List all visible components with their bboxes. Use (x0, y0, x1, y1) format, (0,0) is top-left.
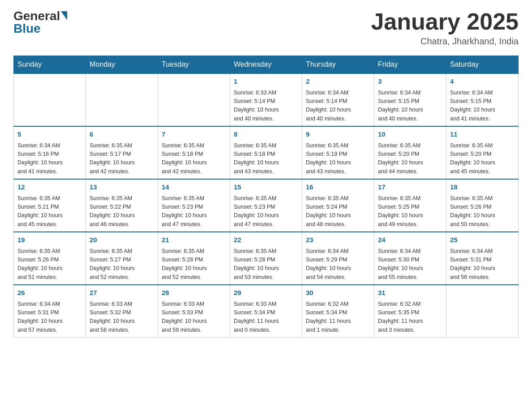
day-info: Sunrise: 6:33 AMSunset: 5:34 PMDaylight:… (234, 300, 298, 335)
day-number: 25 (450, 235, 515, 245)
calendar-header-monday: Monday (86, 56, 158, 74)
calendar-cell: 1Sunrise: 6:33 AMSunset: 5:14 PMDaylight… (230, 73, 302, 126)
calendar-header-saturday: Saturday (446, 56, 519, 74)
day-number: 27 (90, 288, 154, 298)
day-info: Sunrise: 6:35 AMSunset: 5:24 PMDaylight:… (306, 194, 370, 229)
calendar-cell: 26Sunrise: 6:34 AMSunset: 5:31 PMDayligh… (14, 285, 86, 338)
logo-triangle-icon (61, 11, 67, 20)
day-info: Sunrise: 6:35 AMSunset: 5:23 PMDaylight:… (162, 194, 226, 229)
day-number: 14 (162, 182, 226, 193)
calendar-cell: 3Sunrise: 6:34 AMSunset: 5:15 PMDaylight… (374, 73, 446, 126)
calendar-cell (158, 73, 230, 126)
calendar-cell: 2Sunrise: 6:34 AMSunset: 5:14 PMDaylight… (302, 73, 374, 126)
calendar-header-wednesday: Wednesday (230, 56, 302, 74)
calendar-cell: 21Sunrise: 6:35 AMSunset: 5:28 PMDayligh… (158, 232, 230, 285)
day-info: Sunrise: 6:35 AMSunset: 5:26 PMDaylight:… (450, 194, 515, 229)
day-number: 3 (378, 77, 442, 87)
day-number: 2 (306, 77, 370, 87)
calendar-header-thursday: Thursday (302, 56, 374, 74)
calendar-week-row: 5Sunrise: 6:34 AMSunset: 5:16 PMDaylight… (14, 126, 519, 179)
calendar-week-row: 1Sunrise: 6:33 AMSunset: 5:14 PMDaylight… (14, 73, 519, 126)
day-info: Sunrise: 6:35 AMSunset: 5:23 PMDaylight:… (234, 194, 298, 229)
calendar-cell: 13Sunrise: 6:35 AMSunset: 5:22 PMDayligh… (86, 179, 158, 232)
day-info: Sunrise: 6:34 AMSunset: 5:15 PMDaylight:… (378, 89, 442, 124)
day-info: Sunrise: 6:32 AMSunset: 5:35 PMDaylight:… (378, 300, 442, 335)
day-number: 9 (306, 129, 370, 140)
day-info: Sunrise: 6:35 AMSunset: 5:28 PMDaylight:… (162, 247, 226, 282)
day-info: Sunrise: 6:34 AMSunset: 5:30 PMDaylight:… (378, 247, 442, 282)
day-info: Sunrise: 6:35 AMSunset: 5:20 PMDaylight:… (378, 141, 442, 176)
calendar-cell: 6Sunrise: 6:35 AMSunset: 5:17 PMDaylight… (86, 126, 158, 179)
day-number: 4 (450, 77, 515, 87)
day-info: Sunrise: 6:34 AMSunset: 5:14 PMDaylight:… (306, 89, 370, 124)
calendar-cell: 28Sunrise: 6:33 AMSunset: 5:33 PMDayligh… (158, 285, 230, 338)
calendar-cell: 12Sunrise: 6:35 AMSunset: 5:21 PMDayligh… (14, 179, 86, 232)
day-number: 15 (234, 182, 298, 193)
day-number: 26 (17, 288, 82, 298)
day-number: 6 (90, 129, 154, 140)
day-number: 29 (234, 288, 298, 298)
calendar-cell: 22Sunrise: 6:35 AMSunset: 5:28 PMDayligh… (230, 232, 302, 285)
day-number: 21 (162, 235, 226, 245)
calendar-cell: 9Sunrise: 6:35 AMSunset: 5:19 PMDaylight… (302, 126, 374, 179)
day-info: Sunrise: 6:35 AMSunset: 5:20 PMDaylight:… (450, 141, 515, 176)
calendar-cell: 10Sunrise: 6:35 AMSunset: 5:20 PMDayligh… (374, 126, 446, 179)
calendar-cell: 11Sunrise: 6:35 AMSunset: 5:20 PMDayligh… (446, 126, 519, 179)
calendar-cell: 19Sunrise: 6:35 AMSunset: 5:26 PMDayligh… (14, 232, 86, 285)
calendar-cell: 17Sunrise: 6:35 AMSunset: 5:25 PMDayligh… (374, 179, 446, 232)
day-number: 24 (378, 235, 442, 245)
calendar-table: SundayMondayTuesdayWednesdayThursdayFrid… (13, 56, 519, 338)
calendar-cell: 25Sunrise: 6:34 AMSunset: 5:31 PMDayligh… (446, 232, 519, 285)
day-number: 20 (90, 235, 154, 245)
day-info: Sunrise: 6:34 AMSunset: 5:29 PMDaylight:… (306, 247, 370, 282)
day-info: Sunrise: 6:34 AMSunset: 5:31 PMDaylight:… (450, 247, 515, 282)
day-number: 10 (378, 129, 442, 140)
calendar-header-sunday: Sunday (14, 56, 86, 74)
logo-blue-text: Blue (13, 21, 41, 36)
day-info: Sunrise: 6:33 AMSunset: 5:14 PMDaylight:… (234, 89, 298, 124)
calendar-cell: 4Sunrise: 6:34 AMSunset: 5:15 PMDaylight… (446, 73, 519, 126)
calendar-cell: 18Sunrise: 6:35 AMSunset: 5:26 PMDayligh… (446, 179, 519, 232)
day-number: 18 (450, 182, 515, 193)
calendar-cell: 27Sunrise: 6:33 AMSunset: 5:32 PMDayligh… (86, 285, 158, 338)
calendar-cell: 20Sunrise: 6:35 AMSunset: 5:27 PMDayligh… (86, 232, 158, 285)
day-info: Sunrise: 6:35 AMSunset: 5:25 PMDaylight:… (378, 194, 442, 229)
calendar-cell: 15Sunrise: 6:35 AMSunset: 5:23 PMDayligh… (230, 179, 302, 232)
calendar-week-row: 26Sunrise: 6:34 AMSunset: 5:31 PMDayligh… (14, 285, 519, 338)
day-number: 28 (162, 288, 226, 298)
day-number: 30 (306, 288, 370, 298)
calendar-cell: 16Sunrise: 6:35 AMSunset: 5:24 PMDayligh… (302, 179, 374, 232)
title-section: January 2025 Chatra, Jharkhand, India (371, 9, 519, 47)
day-number: 31 (378, 288, 442, 298)
calendar-week-row: 12Sunrise: 6:35 AMSunset: 5:21 PMDayligh… (14, 179, 519, 232)
calendar-cell: 8Sunrise: 6:35 AMSunset: 5:18 PMDaylight… (230, 126, 302, 179)
calendar-cell: 30Sunrise: 6:32 AMSunset: 5:34 PMDayligh… (302, 285, 374, 338)
calendar-cell: 24Sunrise: 6:34 AMSunset: 5:30 PMDayligh… (374, 232, 446, 285)
day-info: Sunrise: 6:35 AMSunset: 5:28 PMDaylight:… (234, 247, 298, 282)
calendar-cell (446, 285, 519, 338)
day-number: 7 (162, 129, 226, 140)
day-info: Sunrise: 6:33 AMSunset: 5:33 PMDaylight:… (162, 300, 226, 335)
day-info: Sunrise: 6:35 AMSunset: 5:18 PMDaylight:… (162, 141, 226, 176)
day-info: Sunrise: 6:33 AMSunset: 5:32 PMDaylight:… (90, 300, 154, 335)
day-info: Sunrise: 6:35 AMSunset: 5:19 PMDaylight:… (306, 141, 370, 176)
day-info: Sunrise: 6:35 AMSunset: 5:27 PMDaylight:… (90, 247, 154, 282)
calendar-week-row: 19Sunrise: 6:35 AMSunset: 5:26 PMDayligh… (14, 232, 519, 285)
day-number: 11 (450, 129, 515, 140)
calendar-header-row: SundayMondayTuesdayWednesdayThursdayFrid… (14, 56, 519, 74)
day-info: Sunrise: 6:35 AMSunset: 5:18 PMDaylight:… (234, 141, 298, 176)
day-info: Sunrise: 6:35 AMSunset: 5:22 PMDaylight:… (90, 194, 154, 229)
calendar-header-friday: Friday (374, 56, 446, 74)
calendar-cell: 31Sunrise: 6:32 AMSunset: 5:35 PMDayligh… (374, 285, 446, 338)
day-number: 5 (17, 129, 82, 140)
calendar-cell (14, 73, 86, 126)
day-number: 17 (378, 182, 442, 193)
day-info: Sunrise: 6:34 AMSunset: 5:31 PMDaylight:… (17, 300, 82, 335)
day-number: 23 (306, 235, 370, 245)
day-number: 12 (17, 182, 82, 193)
calendar-cell: 29Sunrise: 6:33 AMSunset: 5:34 PMDayligh… (230, 285, 302, 338)
calendar-cell (86, 73, 158, 126)
calendar-cell: 23Sunrise: 6:34 AMSunset: 5:29 PMDayligh… (302, 232, 374, 285)
day-number: 19 (17, 235, 82, 245)
logo: General Blue (13, 9, 67, 36)
